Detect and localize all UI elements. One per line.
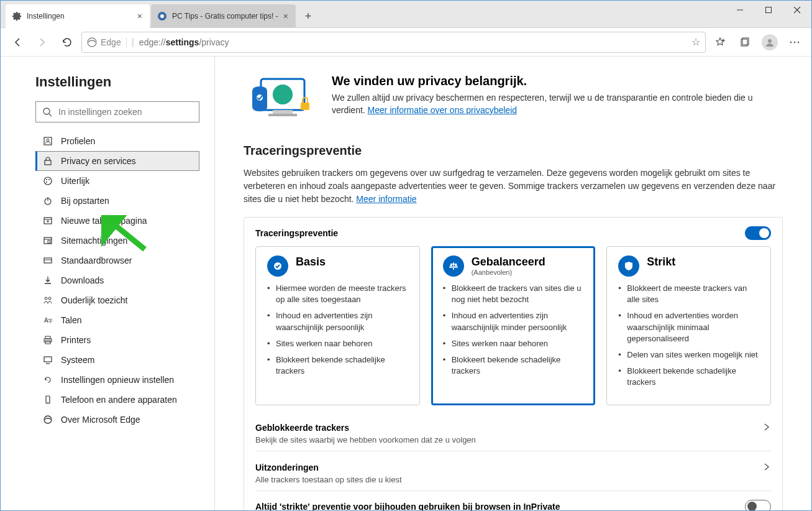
svg-point-13 xyxy=(794,41,796,43)
svg-rect-42 xyxy=(44,357,52,362)
close-window-button[interactable] xyxy=(783,1,811,19)
bullet: Inhoud en advertenties worden waarschijn… xyxy=(618,310,759,344)
url-separator: | xyxy=(132,37,134,48)
sidebar-item-profielen[interactable]: Profielen xyxy=(35,131,199,151)
svg-point-12 xyxy=(790,41,792,43)
tab-pctips[interactable]: PC Tips - Gratis computer tips! - × xyxy=(151,4,296,28)
tracking-option-gebalanceerd[interactable]: Gebalanceerd(Aanbevolen)Blokkeert de tra… xyxy=(431,246,596,405)
svg-point-36 xyxy=(48,297,51,300)
collections-icon[interactable] xyxy=(734,32,755,53)
svg-line-16 xyxy=(49,114,52,116)
sidebar-item-uiterlijk[interactable]: Uiterlijk xyxy=(35,171,199,191)
forward-button[interactable] xyxy=(32,32,53,53)
tracking-option-strikt[interactable]: StriktBlokkeert de meeste trackers van a… xyxy=(606,246,771,405)
svg-rect-33 xyxy=(44,258,52,263)
tracking-more-link[interactable]: Meer informatie xyxy=(356,194,416,204)
sidebar-item-label: Telefoon en andere apparaten xyxy=(61,395,177,405)
main-content: We vinden uw privacy belangrijk. We zull… xyxy=(215,57,811,510)
chevron-right-icon xyxy=(762,463,771,471)
tracking-toggle[interactable] xyxy=(745,226,771,240)
search-icon xyxy=(42,107,52,117)
sidebar-item-sitemacht[interactable]: Sitemachtigingen xyxy=(35,231,199,251)
opstarten-icon xyxy=(42,196,53,206)
new-tab-button[interactable]: + xyxy=(299,7,317,25)
privacy-policy-link[interactable]: Meer informatie over ons privacybeleid xyxy=(368,105,517,115)
gebalanceerd-icon xyxy=(443,255,464,277)
bullet: Blokkeert bekende schadelijke trackers xyxy=(618,366,759,388)
sidebar-item-opstarten[interactable]: Bij opstarten xyxy=(35,191,199,211)
window-controls xyxy=(726,1,811,19)
tracking-section-desc: Websites gebruiken trackers om gegevens … xyxy=(244,167,783,206)
tracking-option-basis[interactable]: BasisHiermee worden de meeste trackers o… xyxy=(255,246,420,405)
sidebar-title: Instellingen xyxy=(35,74,214,90)
sidebar-item-label: Systeem xyxy=(61,355,94,365)
bullet: Inhoud en advertenties zijn waarschijnli… xyxy=(443,310,584,333)
minimize-button[interactable] xyxy=(726,1,754,19)
svg-point-45 xyxy=(47,402,48,403)
svg-point-11 xyxy=(768,39,772,43)
sidebar-item-printers[interactable]: Printers xyxy=(35,330,199,350)
over-icon xyxy=(42,415,53,425)
sidebar-item-telefoon[interactable]: Telefoon en andere apparaten xyxy=(35,390,199,410)
sidebar-item-over[interactable]: Over Microsoft Edge xyxy=(35,410,199,430)
close-icon[interactable]: × xyxy=(283,11,288,21)
svg-point-35 xyxy=(45,297,47,300)
sidebar-item-talen[interactable]: A字Talen xyxy=(35,310,199,330)
tab-settings[interactable]: Instellingen × xyxy=(6,4,150,28)
back-button[interactable] xyxy=(7,32,28,53)
maximize-button[interactable] xyxy=(754,1,783,19)
sidebar-item-systeem[interactable]: Systeem xyxy=(35,350,199,370)
favorite-star-icon[interactable]: ☆ xyxy=(691,36,700,48)
more-menu-icon[interactable] xyxy=(784,32,805,53)
bullet: Delen van sites werken mogelijk niet xyxy=(618,349,759,361)
sidebar-item-privacy[interactable]: Privacy en services xyxy=(35,151,199,171)
bullet: Blokkeert bekende schadelijke trackers xyxy=(443,354,584,377)
sidebar-item-downloads[interactable]: Downloads xyxy=(35,270,199,290)
tabs: Instellingen × PC Tips - Gratis computer… xyxy=(1,1,317,27)
blocked-trackers-link[interactable]: Geblokkeerde trackers Bekijk de sites wa… xyxy=(255,415,771,447)
sidebar-item-label: Uiterlijk xyxy=(61,176,89,186)
tab-label: Instellingen xyxy=(27,12,65,21)
strikt-icon xyxy=(618,255,639,277)
svg-rect-39 xyxy=(45,336,50,339)
settings-search[interactable] xyxy=(35,101,199,122)
sidebar-item-reset[interactable]: Instellingen opnieuw instellen xyxy=(35,370,199,390)
site-icon xyxy=(157,11,167,21)
favorites-icon[interactable] xyxy=(709,32,731,53)
sidebar-item-ouderlijk[interactable]: Ouderlijk toezicht xyxy=(35,290,199,310)
svg-point-18 xyxy=(47,139,49,142)
tracking-card-title: Traceringspreventie xyxy=(255,228,338,238)
talen-icon: A字 xyxy=(42,315,53,325)
svg-point-21 xyxy=(46,179,47,180)
bullet: Hiermee worden de meeste trackers op all… xyxy=(267,283,408,305)
settings-sidebar: Instellingen ProfielenPrivacy en service… xyxy=(1,57,215,510)
toolbar: Edge | edge://settings/privacy ☆ xyxy=(1,28,811,57)
sidebar-item-label: Profielen xyxy=(61,136,95,146)
svg-rect-49 xyxy=(273,110,293,114)
svg-rect-32 xyxy=(48,241,50,243)
svg-point-22 xyxy=(48,179,50,180)
privacy-icon xyxy=(42,156,53,166)
profile-avatar[interactable] xyxy=(759,32,780,53)
close-icon[interactable]: × xyxy=(137,11,142,21)
sidebar-item-nieuwtab[interactable]: Nieuwe tabbladpagina xyxy=(35,211,199,231)
privacy-hero: We vinden uw privacy belangrijk. We zull… xyxy=(244,74,783,125)
bullet: Sites werken naar behoren xyxy=(267,338,408,349)
nieuwtab-icon xyxy=(42,216,53,226)
profielen-icon xyxy=(42,136,53,146)
svg-point-1 xyxy=(160,14,164,18)
refresh-button[interactable] xyxy=(57,32,78,53)
basis-icon xyxy=(267,255,288,277)
exceptions-link[interactable]: Uitzonderingen Alle trackers toestaan op… xyxy=(255,455,771,487)
sidebar-item-standaard[interactable]: Standaardbrowser xyxy=(35,251,199,270)
search-input[interactable] xyxy=(58,107,193,117)
bullet: Blokkeert de meeste trackers van alle si… xyxy=(618,283,759,305)
svg-point-20 xyxy=(44,177,52,185)
uiterlijk-icon xyxy=(42,176,53,186)
strict-inprivate-toggle[interactable] xyxy=(745,500,771,511)
sidebar-item-label: Talen xyxy=(61,315,81,325)
chevron-right-icon xyxy=(762,423,771,431)
sidebar-item-label: Over Microsoft Edge xyxy=(61,415,140,425)
address-bar[interactable]: Edge | edge://settings/privacy ☆ xyxy=(81,32,706,53)
sidebar-item-label: Ouderlijk toezicht xyxy=(61,295,127,305)
